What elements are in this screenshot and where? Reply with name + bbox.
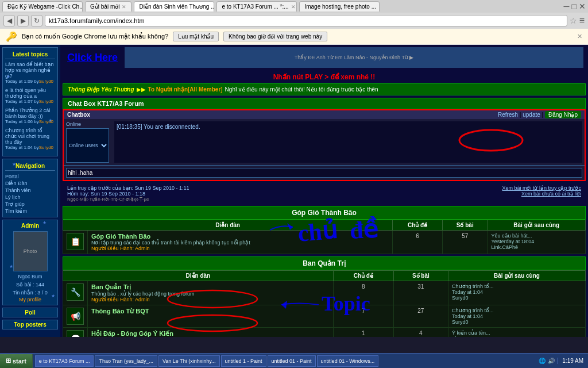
- forum-name-bqt[interactable]: Ban Quản Trị: [91, 283, 330, 291]
- navigation-title: Navigation: [5, 162, 55, 171]
- forum-info-cell-hoidap: Hỏi Đáp - Đóng Góp Ý Kiến: [88, 328, 334, 338]
- forum-name-hoidap[interactable]: Hỏi Đáp - Đóng Góp Ý Kiến: [91, 330, 330, 337]
- nav-portal[interactable]: Portal: [5, 173, 55, 180]
- forward-button[interactable]: ▶: [17, 15, 29, 26]
- topic-time-3: Today at 1:06 bySuryd0: [5, 119, 55, 124]
- topic-link-2[interactable]: e là thói quen yêu thương của a: [5, 87, 46, 99]
- unread-link[interactable]: Xem bài chưa có ai trả lời: [521, 191, 581, 197]
- tab-1[interactable]: Đặc Kỹ Webgame -Click Ch... ✕: [2, 1, 83, 12]
- topic-link-4[interactable]: Chương trình tổ chức vui chơi trung thu …: [5, 128, 49, 145]
- message-to: To Người nhận[All Member]: [148, 86, 223, 93]
- latest-post-link-bqt[interactable]: Chương trình tổ...: [452, 283, 582, 289]
- forum-posts-hoidap: 4: [393, 328, 448, 338]
- tab-2-label: Gửi bài mới: [90, 3, 119, 10]
- tab-2-close[interactable]: ✕: [122, 4, 126, 10]
- forum-icon-0: 📋: [67, 233, 84, 250]
- online-select[interactable]: Online users: [66, 128, 109, 163]
- tab-5-close[interactable]: ✕: [378, 4, 380, 10]
- windows-icon: ⊞: [6, 357, 11, 365]
- topic-item-3[interactable]: Phần Thưởng 2 cái bánh bao đây :)) Today…: [5, 108, 55, 124]
- topic-item-2[interactable]: e là thói quen yêu thương của a Today at…: [5, 87, 55, 104]
- col-topics-0: Chủ đề: [393, 220, 443, 231]
- update-link[interactable]: update: [523, 112, 540, 118]
- maximize-icon[interactable]: □: [572, 2, 577, 11]
- minimize-icon[interactable]: ─: [564, 2, 570, 11]
- chatbox-input[interactable]: [66, 168, 582, 178]
- tab-4-close[interactable]: ✕: [291, 4, 296, 10]
- poll-section: Poll: [2, 308, 58, 317]
- nav-thanh-vien[interactable]: Thành viên: [5, 187, 55, 194]
- settings-icon[interactable]: ≡: [579, 16, 585, 26]
- nav-ly-lich[interactable]: Lý lịch: [5, 194, 55, 201]
- taskbar-item-0[interactable]: e to KT17A3 Forum ...: [35, 355, 94, 367]
- latest-post-by-bqt: Suryd0: [452, 295, 582, 301]
- password-bar-text: Bạn có muốn Google Chrome lưu mật khẩu k…: [22, 33, 168, 40]
- latest-post-link-hoidap[interactable]: Ý kiến của tên...: [452, 330, 582, 336]
- col-forum: Diễn đàn: [63, 220, 393, 231]
- taskbar-item-2[interactable]: Van Le Thi (xinhxinhy...: [158, 355, 220, 367]
- topic-item-4[interactable]: Chương trình tổ chức vui chơi trung thu …: [5, 128, 55, 150]
- forum-posts-tbao: 27: [393, 305, 448, 328]
- nav-tim-kiem[interactable]: Tìm kiếm: [5, 208, 55, 214]
- topic-time-2: Today at 1:07 bySuryd0: [5, 99, 55, 104]
- section-gop-gio-header: Góp Gió Thành Bão: [63, 206, 586, 220]
- nav-dien-dan[interactable]: Diễn Đàn: [5, 180, 55, 187]
- latest-post-link-0[interactable]: Yêu cầu bài hát...: [492, 233, 582, 239]
- forum-topics-tbao: 7: [333, 305, 393, 328]
- chatbox-actions: Refresh | update | Đăng Nhập: [498, 112, 581, 118]
- refresh-link[interactable]: Refresh: [498, 112, 518, 118]
- click-here-button[interactable]: Click Here: [65, 49, 120, 66]
- topic-link-3[interactable]: Phần Thưởng 2 cái bánh bao đây :)): [5, 108, 50, 119]
- tab-5[interactable]: Image hosting, free photo ... ✕: [299, 1, 380, 12]
- nav-tro-giup[interactable]: Trợ giúp: [5, 201, 55, 208]
- topic-item-1[interactable]: Làm sao để biết bạn hợp vs ngành nghề gì…: [5, 62, 55, 84]
- tab-4[interactable]: e to KT17A3 Forum ... *:... ✕: [216, 1, 297, 12]
- main-content: Click Here Thẩy ĐE Anh Từ Em Làm Nào - N…: [60, 45, 588, 337]
- forum-info-cell-bqt: Ban Quản Trị Thông báo , xử lý các hoạt …: [88, 281, 334, 305]
- chatbox-label: Chatbox: [67, 112, 90, 118]
- tab-2[interactable]: Gửi bài mới ✕: [85, 1, 131, 12]
- speaker-icon: 🔊: [548, 358, 555, 364]
- table-row: 🔧 Ban Quản Trị Thông báo , xử lý các hoạ…: [63, 281, 586, 305]
- read-new-link[interactable]: Xem bài mới từ lần truy cập trước: [502, 185, 581, 191]
- forum-icon-cell-0: 📋: [63, 231, 88, 254]
- back-button[interactable]: ◀: [3, 15, 15, 26]
- close-icon[interactable]: ✕: [579, 2, 586, 11]
- latest-post-time-bqt: Today at 1:04: [452, 289, 582, 295]
- taskbar-item-4[interactable]: untitled 01 - Paint: [268, 355, 316, 367]
- start-button[interactable]: ⊞ start: [0, 354, 33, 368]
- today-text: Hôm nay: Sun 19 Sep 2010 - 1:18: [67, 191, 189, 197]
- section-gop-gio-table: Diễn đàn Chủ đề Số bài Bài gửi sau cùng …: [63, 220, 586, 254]
- address-input[interactable]: [45, 15, 567, 26]
- forum-icon-cell-tbao: 📢: [63, 305, 88, 328]
- never-save-button[interactable]: Không bao giờ đối với trang web này: [223, 32, 327, 41]
- tab-3-label: Diễn đàn Sinh viên Thương ...: [139, 3, 214, 10]
- forum-name-0[interactable]: Góp Gió Thành Bão: [91, 233, 389, 240]
- forum-name-tbao[interactable]: Thông Báo Từ BQT: [91, 308, 330, 315]
- forum-latest-0: Yêu cầu bài hát... Yesterday at 18:04 Li…: [488, 231, 585, 254]
- dismiss-password-bar[interactable]: ✕: [577, 33, 582, 40]
- login-button[interactable]: Đăng Nhập: [545, 111, 581, 118]
- chatbox-inner: Chatbox Refresh | update | Đăng Nhập Onl…: [63, 109, 586, 181]
- latest-post-link-tbao[interactable]: Chương trình tổ...: [452, 308, 582, 313]
- taskbar-item-1[interactable]: Thao Tran (yes_lady_...: [95, 355, 157, 367]
- taskbar-time: 1:19 AM: [557, 358, 588, 364]
- forum-posts-0: 57: [442, 231, 488, 254]
- start-label: start: [13, 358, 26, 365]
- reload-button[interactable]: ↻: [31, 15, 42, 26]
- play-text: Nhấn nút PLAY > để xem nhé !!: [60, 70, 588, 83]
- chatbox-toolbar: Chatbox Refresh | update | Đăng Nhập: [64, 110, 585, 119]
- save-password-button[interactable]: Lưu mật khẩu: [173, 32, 219, 41]
- my-profile-link[interactable]: My profile: [19, 297, 41, 302]
- topic-link-1[interactable]: Làm sao để biết bạn hợp vs ngành nghề gì…: [5, 62, 54, 79]
- bookmark-icon[interactable]: ☆: [570, 16, 577, 25]
- chatbox-messages: [01:18:35] You are disconnected.: [114, 121, 582, 163]
- taskbar-item-5[interactable]: untitled 01 - Windows...: [317, 355, 379, 367]
- forum-icon-tbao: 📢: [67, 308, 84, 325]
- navigation-section: Navigation Portal Diễn Đàn Thành viên Lý…: [2, 159, 58, 217]
- taskbar-item-3[interactable]: untitled 1 - Paint: [221, 355, 266, 367]
- left-sidebar: ★ ★ ★ ★ ★ ★ Latest topics Làm sao để biế…: [0, 45, 60, 337]
- tab-4-label: e to KT17A3 Forum ... *:...: [222, 3, 288, 10]
- tab-3[interactable]: Diễn đàn Sinh viên Thương ... ✕: [134, 1, 214, 12]
- forum-latest-hoidap: Ý kiến của tên... Thu 16 Sep 2010 - 0:35…: [448, 328, 586, 338]
